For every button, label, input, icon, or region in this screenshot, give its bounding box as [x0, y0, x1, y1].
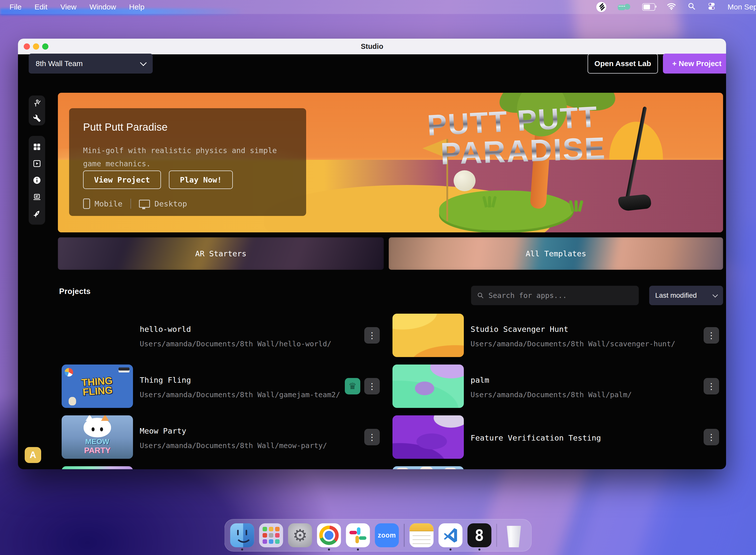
menu-help[interactable]: Help: [129, 3, 145, 11]
project-thumbnail: [393, 365, 464, 408]
sort-dropdown[interactable]: Last modified: [649, 286, 723, 305]
project-thumbnail: [62, 466, 133, 469]
studio-window: Studio 8th Wall Team Open Asset Lab + Ne…: [18, 39, 726, 469]
open-asset-lab-button[interactable]: Open Asset Lab: [588, 54, 658, 74]
hero-art-title-line2: PARADISE: [440, 130, 606, 172]
trash-icon: [502, 523, 526, 547]
zoom-icon: zoom: [375, 523, 399, 547]
dock-vscode[interactable]: [438, 523, 462, 547]
menu-file[interactable]: File: [9, 3, 22, 11]
ar-starters-label: AR Starters: [195, 249, 246, 258]
thumbnail-word-party: PARTY: [84, 446, 111, 455]
new-project-button[interactable]: + New Project: [663, 54, 726, 74]
project-row-hello-world[interactable]: hello-world Users/amanda/Documents/8th W…: [58, 314, 384, 357]
menu-bar: File Edit View Window Help Mon Sep: [0, 0, 756, 14]
project-path: Users/amanda/Documents/8th Wall/scavenge…: [471, 340, 675, 348]
divider: [130, 199, 131, 209]
teal-app-status-icon[interactable]: [618, 3, 631, 11]
team-selector-dropdown[interactable]: 8th Wall Team: [29, 54, 153, 74]
project-path: Users/amanda/Documents/8th Wall/gamejam-…: [140, 390, 340, 399]
thumbnail-word-meow: MEOW: [85, 437, 110, 446]
spotlight-search-icon[interactable]: [688, 2, 695, 12]
sort-label: Last modified: [655, 292, 697, 299]
window-title: Studio: [18, 39, 726, 54]
video-tutorials-icon[interactable]: [32, 159, 42, 168]
project-menu-button[interactable]: ⋮: [704, 378, 719, 394]
running-indicator: [328, 549, 330, 551]
8thwall-icon: 8: [467, 523, 491, 547]
all-templates-banner[interactable]: All Templates: [389, 238, 723, 270]
menu-window[interactable]: Window: [89, 3, 116, 11]
hero-description: Mini-golf with realistic physics and sim…: [83, 144, 293, 170]
project-thumbnail: [393, 415, 464, 459]
project-name: Studio Scavenger Hunt: [471, 325, 568, 334]
community-icon[interactable]: [32, 98, 42, 108]
view-project-button[interactable]: View Project: [83, 171, 161, 189]
wifi-icon[interactable]: [667, 2, 676, 12]
project-menu-button[interactable]: ⋮: [704, 429, 719, 445]
hero-platforms: Mobile Desktop: [83, 199, 187, 209]
project-row-thing-fling[interactable]: THING FLING Thing Fling Users/amanda/Doc…: [58, 365, 384, 408]
notes-icon: [409, 523, 433, 547]
8thwall-status-icon[interactable]: [596, 2, 606, 12]
project-path: Users/amanda/Documents/8th Wall/meow-par…: [140, 441, 327, 450]
project-row-scavenger-hunt[interactable]: Studio Scavenger Hunt Users/amanda/Docum…: [389, 314, 723, 357]
menu-clock[interactable]: Mon Sep: [727, 3, 756, 11]
play-now-button[interactable]: Play Now!: [169, 171, 233, 189]
projects-heading: Projects: [59, 287, 90, 296]
launchpad-icon: [259, 523, 283, 547]
platform-mobile-label: Mobile: [94, 199, 122, 208]
search-bar[interactable]: [471, 286, 639, 305]
project-menu-button[interactable]: ⋮: [704, 327, 719, 344]
battery-icon[interactable]: [642, 3, 655, 11]
sidebar-rail-main: [29, 136, 45, 225]
project-row-feature-verification[interactable]: Feature Verification Testing ⋮: [389, 415, 723, 459]
user-avatar[interactable]: A: [25, 447, 41, 463]
settings-gear-icon: ⚙: [288, 523, 312, 547]
project-thumbnail: [393, 314, 464, 357]
dock-notes[interactable]: [409, 523, 433, 547]
apps-grid-icon[interactable]: [32, 142, 42, 152]
project-name: Meow Party: [140, 426, 186, 435]
slack-icon: [346, 523, 370, 547]
project-row-partial[interactable]: [389, 466, 723, 469]
menu-edit[interactable]: Edit: [34, 3, 47, 11]
project-name: Thing Fling: [140, 376, 191, 384]
sidebar-rail-top: [29, 95, 45, 125]
project-name: hello-world: [140, 325, 191, 334]
project-row-partial[interactable]: [58, 466, 384, 469]
window-titlebar[interactable]: Studio: [18, 39, 726, 54]
control-center-icon[interactable]: [707, 2, 716, 12]
hero-banner[interactable]: PUTT PUTT PARADISE Putt Putt Paradise Mi…: [58, 93, 723, 232]
search-input[interactable]: [488, 291, 633, 300]
project-menu-button[interactable]: ⋮: [364, 378, 380, 394]
search-icon: [477, 292, 484, 299]
dock-zoom[interactable]: zoom: [375, 523, 399, 547]
chrome-icon: [317, 523, 341, 547]
ar-starters-banner[interactable]: AR Starters: [58, 238, 384, 270]
project-menu-button[interactable]: ⋮: [364, 429, 380, 445]
dock-chrome[interactable]: [317, 523, 341, 547]
project-row-palm[interactable]: palm Users/amanda/Documents/8th Wall/pal…: [389, 365, 723, 408]
running-indicator: [241, 549, 243, 551]
project-thumbnail: THING FLING: [62, 365, 133, 408]
info-icon[interactable]: [32, 175, 42, 185]
menu-view[interactable]: View: [61, 3, 76, 11]
dock-8thwall[interactable]: 8: [467, 523, 491, 547]
dock-slack[interactable]: [346, 523, 370, 547]
desktop: File Edit View Window Help Mon Sep Studi…: [0, 0, 756, 555]
tools-icon[interactable]: [32, 113, 42, 123]
dock-finder[interactable]: [230, 523, 254, 547]
dock-system-settings[interactable]: ⚙: [288, 523, 312, 547]
launch-rocket-icon[interactable]: [32, 209, 42, 218]
changelog-icon[interactable]: [32, 192, 42, 202]
dock-launchpad[interactable]: [259, 523, 283, 547]
project-thumbnail: [62, 314, 133, 357]
hero-art-golf-ball: [453, 170, 476, 191]
project-menu-button[interactable]: ⋮: [364, 327, 380, 344]
hero-art-green: [439, 190, 574, 232]
project-path: Users/amanda/Documents/8th Wall/palm/: [471, 390, 632, 399]
dock-separator: [404, 524, 405, 547]
dock-trash[interactable]: [502, 523, 526, 547]
project-row-meow-party[interactable]: MEOW PARTY Meow Party Users/amanda/Docum…: [58, 415, 384, 459]
